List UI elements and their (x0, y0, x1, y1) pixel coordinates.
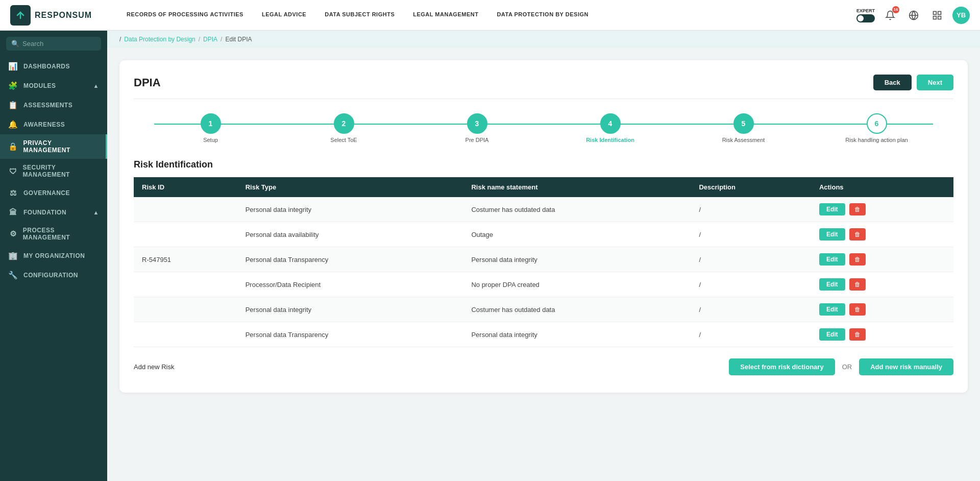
breadcrumb-sep-1: / (199, 36, 200, 43)
cell-description: / (691, 272, 811, 297)
svg-rect-6 (934, 16, 937, 19)
sidebar-item-foundation[interactable]: 🏛 FOUNDATION ▲ (0, 203, 107, 222)
cell-risk-name: No proper DPA created (463, 272, 691, 297)
cell-description: / (691, 222, 811, 247)
config-icon: 🔧 (8, 271, 18, 280)
step-label-2: Select ToE (330, 137, 357, 143)
nav-data-subject-rights[interactable]: DATA SUBJECT RIGHTS (315, 0, 404, 31)
expert-toggle[interactable]: EXPERT (856, 8, 875, 22)
sidebar-item-label: PRIVACY MANAGEMENT (23, 139, 98, 154)
assessments-icon: 📋 (8, 101, 18, 110)
cell-actions: Edit 🗑 (811, 247, 953, 272)
step-6: 6 Risk handling action plan (810, 113, 943, 143)
svg-rect-3 (934, 11, 937, 14)
table-row: R-547951 Personal data Transparency Pers… (134, 247, 953, 272)
breadcrumb-sep-slash: / (119, 36, 121, 43)
add-manual-button[interactable]: Add new risk manually (859, 358, 953, 375)
delete-button-1[interactable]: 🗑 (849, 228, 866, 240)
cell-risk-id (134, 297, 237, 322)
delete-button-3[interactable]: 🗑 (849, 278, 866, 291)
sidebar-item-governance[interactable]: ⚖ GOVERNANCE (0, 183, 107, 203)
cell-actions: Edit 🗑 (811, 222, 953, 247)
nav-right: EXPERT 16 YB (856, 7, 970, 24)
notification-icon[interactable]: 16 (882, 7, 898, 23)
delete-button-2[interactable]: 🗑 (849, 253, 866, 266)
avatar[interactable]: YB (952, 7, 970, 24)
sidebar-item-security-management[interactable]: 🛡 SECURITY MANAGEMENT (0, 159, 107, 183)
logo-area: RESPONSUM (10, 5, 117, 26)
nav-legal-management[interactable]: LEGAL MANAGEMENT (404, 0, 487, 31)
step-circle-3: 3 (467, 113, 487, 134)
sidebar-item-label: GOVERNANCE (23, 189, 70, 197)
step-circle-6: 6 (867, 113, 887, 134)
awareness-icon: 🔔 (8, 120, 18, 129)
svg-rect-5 (938, 16, 941, 19)
step-label-1: Setup (203, 137, 218, 143)
edit-button-5[interactable]: Edit (819, 328, 845, 341)
cell-actions: Edit 🗑 (811, 197, 953, 222)
cell-description: / (691, 322, 811, 347)
globe-icon[interactable] (905, 7, 922, 23)
security-icon: 🛡 (8, 167, 18, 176)
nav-data-protection[interactable]: DATA PROTECTION BY DESIGN (487, 0, 598, 31)
nav-legal-advice[interactable]: LEGAL ADVICE (253, 0, 315, 31)
sidebar-item-label: AWARENESS (23, 121, 65, 128)
edit-button-2[interactable]: Edit (819, 253, 845, 266)
risk-table: Risk ID Risk Type Risk name statement De… (134, 177, 953, 347)
breadcrumb-current: Edit DPIA (225, 36, 252, 43)
sidebar-item-modules[interactable]: 🧩 MODULES ▲ (0, 76, 107, 95)
next-button[interactable]: Next (917, 75, 953, 90)
sidebar-item-dashboards[interactable]: 📊 DASHBOARDS (0, 57, 107, 76)
content-area: DPIA Back Next 1 Setup 2 Select To (107, 48, 980, 481)
svg-rect-4 (938, 11, 941, 14)
cell-description: / (691, 297, 811, 322)
edit-button-1[interactable]: Edit (819, 228, 845, 240)
nav-records[interactable]: RECORDS OF PROCESSING ACTIVITIES (117, 0, 253, 31)
search-input[interactable] (22, 40, 107, 47)
sidebar-item-process-management[interactable]: ⚙ PROCESS MANAGEMENT (0, 222, 107, 246)
sidebar-item-awareness[interactable]: 🔔 AWARENESS (0, 115, 107, 134)
breadcrumb: / Data Protection by Design / DPIA / Edi… (107, 31, 980, 48)
cell-actions: Edit 🗑 (811, 272, 953, 297)
sidebar-item-label: ASSESSMENTS (23, 102, 72, 109)
back-button[interactable]: Back (873, 75, 912, 90)
edit-button-0[interactable]: Edit (819, 203, 845, 215)
privacy-icon: 🔒 (8, 142, 18, 151)
main-nav: RECORDS OF PROCESSING ACTIVITIES LEGAL A… (117, 0, 856, 31)
step-label-3: Pre DPIA (465, 137, 489, 143)
col-actions: Actions (811, 177, 953, 197)
cell-description: / (691, 197, 811, 222)
breadcrumb-link-dpia[interactable]: DPIA (203, 36, 217, 43)
sidebar-item-my-organization[interactable]: 🏢 MY ORGANIZATION (0, 246, 107, 266)
delete-button-5[interactable]: 🗑 (849, 328, 866, 341)
logo-text: RESPONSUM (35, 11, 92, 20)
table-row: Personal data integrity Costumer has out… (134, 197, 953, 222)
edit-button-4[interactable]: Edit (819, 303, 845, 316)
delete-button-0[interactable]: 🗑 (849, 203, 866, 215)
select-dict-button[interactable]: Select from risk dictionary (729, 358, 835, 375)
cell-risk-type: Personal data availability (237, 222, 463, 247)
cell-risk-name: Costumer has outdated data (463, 297, 691, 322)
toggle-switch[interactable] (856, 14, 875, 22)
step-2: 2 Select ToE (277, 113, 410, 143)
edit-button-3[interactable]: Edit (819, 278, 845, 291)
table-row: Personal data integrity Costumer has out… (134, 297, 953, 322)
modules-icon: 🧩 (8, 81, 18, 90)
card-header: DPIA Back Next (134, 75, 953, 99)
sidebar-item-configuration[interactable]: 🔧 CONFIGURATION (0, 266, 107, 285)
foundation-icon: 🏛 (8, 208, 18, 217)
sidebar-item-assessments[interactable]: 📋 ASSESSMENTS (0, 95, 107, 115)
col-risk-id: Risk ID (134, 177, 237, 197)
delete-button-4[interactable]: 🗑 (849, 303, 866, 316)
breadcrumb-sep-2: / (220, 36, 222, 43)
cell-risk-id: R-547951 (134, 247, 237, 272)
sidebar-item-label: PROCESS MANAGEMENT (23, 227, 99, 241)
sidebar-item-privacy-management[interactable]: 🔒 PRIVACY MANAGEMENT (0, 134, 107, 159)
grid-icon[interactable] (929, 7, 945, 23)
col-description: Description (691, 177, 811, 197)
step-circle-2: 2 (334, 113, 354, 134)
sidebar-item-label: DASHBOARDS (23, 63, 70, 70)
layout: 🔍 ▼ 📊 DASHBOARDS 🧩 MODULES ▲ 📋 ASSESSMEN… (0, 31, 980, 481)
step-1: 1 Setup (144, 113, 277, 143)
breadcrumb-link-dpd[interactable]: Data Protection by Design (124, 36, 195, 43)
